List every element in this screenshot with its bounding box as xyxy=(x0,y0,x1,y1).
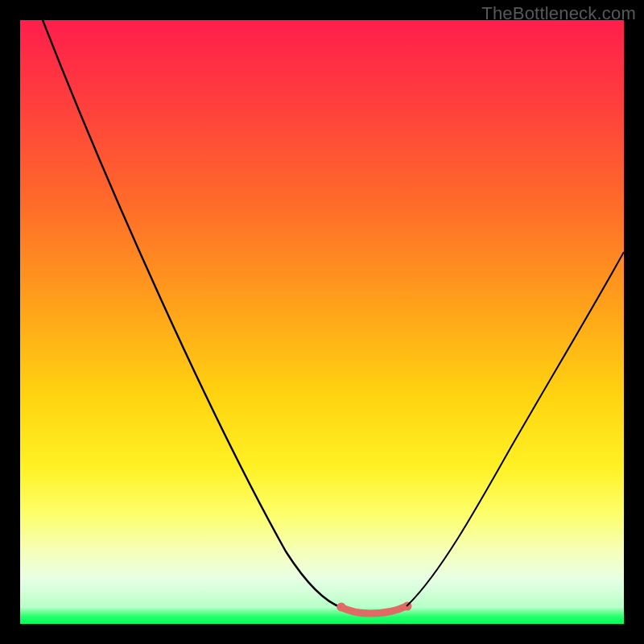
plot-area xyxy=(20,20,624,624)
curve-right-branch xyxy=(407,252,624,606)
bottleneck-curve xyxy=(20,20,624,624)
curve-trough-highlight xyxy=(341,606,407,613)
chart-frame: TheBottleneck.com xyxy=(0,0,644,644)
curve-left-branch xyxy=(43,20,342,608)
trough-knob-left xyxy=(337,603,346,612)
